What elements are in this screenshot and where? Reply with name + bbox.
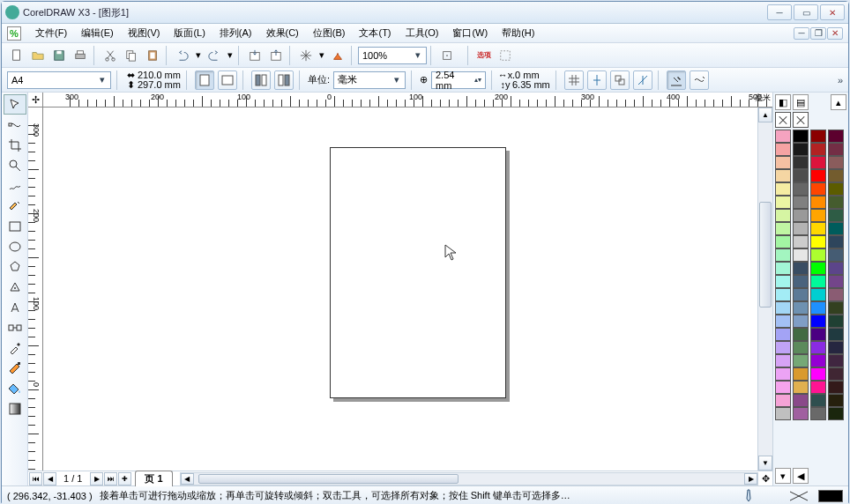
palette-flyout-icon[interactable]: ▤ (793, 94, 809, 110)
color-swatch[interactable] (828, 156, 844, 169)
landscape-button[interactable] (218, 70, 237, 90)
first-page-button[interactable]: ⏮ (29, 472, 42, 485)
color-swatch[interactable] (793, 354, 809, 367)
dup-x[interactable]: .0 mm (512, 70, 540, 80)
color-swatch[interactable] (775, 328, 791, 341)
color-swatch[interactable] (775, 130, 791, 143)
import-button[interactable] (245, 46, 265, 65)
current-page-button[interactable] (274, 70, 294, 90)
color-swatch[interactable] (793, 262, 809, 275)
color-swatch[interactable] (810, 169, 826, 182)
color-swatch[interactable] (775, 235, 791, 248)
open-button[interactable] (28, 46, 48, 65)
freehand-tool[interactable] (4, 175, 26, 196)
color-swatch[interactable] (828, 143, 844, 156)
color-swatch[interactable] (828, 222, 844, 235)
add-page-button[interactable]: ✚ (118, 472, 131, 485)
color-swatch[interactable] (828, 248, 844, 262)
page-tab-1[interactable]: 页 1 (135, 471, 172, 486)
color-swatch[interactable] (828, 130, 844, 143)
scroll-left-button[interactable]: ◀ (181, 473, 194, 485)
ruler-origin[interactable]: ✢ (28, 93, 43, 107)
cut-button[interactable] (101, 46, 120, 65)
color-swatch[interactable] (810, 354, 826, 367)
canvas[interactable] (43, 107, 757, 471)
color-swatch[interactable] (775, 209, 791, 222)
blend-tool[interactable] (4, 317, 26, 337)
pick-tool[interactable] (4, 94, 26, 115)
snap-guide-button[interactable] (587, 70, 607, 90)
basic-shapes-tool[interactable] (4, 277, 26, 297)
all-pages-button[interactable] (251, 70, 271, 90)
prev-page-button[interactable]: ◀ (43, 472, 56, 485)
menu-arrange[interactable]: 排列(A) (214, 25, 257, 41)
color-swatch[interactable] (793, 196, 809, 209)
paste-button[interactable] (143, 46, 162, 65)
menu-text[interactable]: 文本(T) (354, 25, 396, 41)
color-swatch[interactable] (810, 381, 826, 394)
color-swatch[interactable] (810, 143, 826, 156)
color-swatch[interactable] (775, 169, 791, 182)
color-swatch[interactable] (828, 196, 844, 209)
app-dropdown[interactable]: ▾ (317, 46, 326, 65)
color-swatch[interactable] (828, 328, 844, 341)
palette-scroll-down-icon[interactable]: ▾ (775, 468, 791, 484)
vscroll-thumb[interactable] (759, 202, 772, 308)
color-swatch[interactable] (775, 381, 791, 394)
redo-button[interactable] (205, 46, 224, 65)
color-swatch[interactable] (793, 169, 809, 182)
last-page-button[interactable]: ⏭ (104, 472, 117, 485)
undo-button[interactable] (173, 46, 192, 65)
color-swatch[interactable] (828, 341, 844, 354)
palette-menu-icon[interactable]: ◧ (775, 94, 791, 110)
vertical-scrollbar[interactable]: ▲ ▼ (757, 107, 772, 471)
zoom-combo[interactable]: 100% ▾ (358, 47, 427, 64)
outline-tool[interactable] (4, 358, 26, 378)
portrait-button[interactable] (195, 70, 214, 90)
mdi-minimize-button[interactable]: ─ (794, 27, 809, 40)
eyedropper-tool[interactable] (4, 337, 26, 358)
color-swatch[interactable] (775, 407, 791, 420)
fill-tool[interactable] (4, 378, 26, 398)
color-swatch[interactable] (775, 143, 791, 156)
pan-icon[interactable]: ✥ (758, 473, 772, 485)
menu-file[interactable]: 文件(F) (30, 25, 72, 41)
snap-grid-button[interactable] (564, 70, 584, 90)
units-combo[interactable]: 毫米 ▾ (333, 71, 406, 89)
color-swatch[interactable] (775, 315, 791, 328)
undo-dropdown[interactable]: ▾ (194, 46, 203, 65)
paper-dropdown-icon[interactable]: ▾ (96, 74, 108, 85)
color-swatch[interactable] (775, 301, 791, 315)
no-fill-swatch[interactable] (775, 112, 791, 128)
color-swatch[interactable] (793, 156, 809, 169)
color-swatch[interactable] (775, 367, 791, 381)
color-swatch[interactable] (793, 130, 809, 143)
horizontal-scrollbar[interactable]: ◀ ▶ (180, 472, 758, 485)
color-swatch[interactable] (793, 341, 809, 354)
color-swatch[interactable] (810, 301, 826, 315)
nudge-input[interactable]: 2.54 mm ▴▾ (431, 71, 486, 89)
color-swatch[interactable] (793, 182, 809, 196)
color-swatch[interactable] (810, 341, 826, 354)
color-swatch[interactable] (828, 262, 844, 275)
color-swatch[interactable] (775, 341, 791, 354)
menu-tools[interactable]: 工具(O) (400, 25, 444, 41)
color-swatch[interactable] (828, 209, 844, 222)
color-swatch[interactable] (793, 235, 809, 248)
next-page-button[interactable]: ▶ (90, 472, 103, 485)
color-swatch[interactable] (793, 315, 809, 328)
color-swatch[interactable] (775, 275, 791, 288)
color-swatch[interactable] (793, 275, 809, 288)
mdi-restore-button[interactable]: ❐ (810, 27, 826, 40)
save-button[interactable] (49, 46, 69, 65)
color-swatch[interactable] (793, 328, 809, 341)
menu-window[interactable]: 窗口(W) (447, 25, 493, 41)
color-swatch[interactable] (810, 262, 826, 275)
horizontal-ruler[interactable]: 300 200 100 0 100 200 300 400 500 毫米 (43, 93, 772, 107)
paper-size-combo[interactable]: A4 ▾ (7, 71, 111, 89)
ellipse-tool[interactable] (4, 236, 26, 256)
snap-object-button[interactable] (610, 70, 630, 90)
hscroll-thumb[interactable] (198, 474, 459, 484)
scroll-right-button[interactable]: ▶ (744, 473, 757, 485)
print-button[interactable] (71, 46, 90, 65)
